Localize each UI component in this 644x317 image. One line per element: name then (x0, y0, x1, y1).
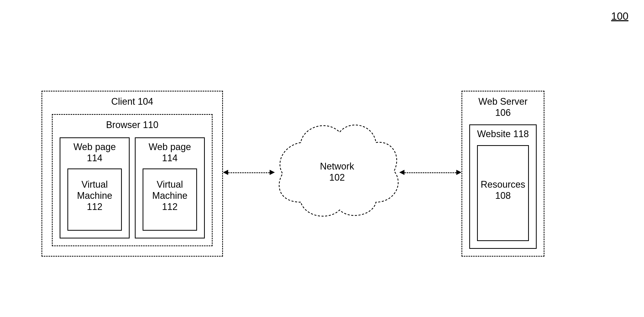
arrow-client-network (228, 172, 270, 173)
arrow-client-network-head-left (223, 170, 228, 175)
arrow-network-server (404, 172, 456, 173)
browser-label: Browser 110 (52, 119, 213, 130)
client-label: Client 104 (41, 96, 223, 107)
server-label: Web Server 106 (461, 96, 544, 118)
figure-reference: 100 (611, 10, 628, 22)
webpage-label-0: Web page 114 (60, 141, 130, 164)
network-label: Network 102 (270, 161, 404, 183)
website-label: Website 118 (469, 128, 537, 139)
arrow-network-server-head-right (456, 170, 461, 175)
arrow-network-server-head-left (399, 170, 404, 175)
resources-label: Resources 108 (477, 179, 529, 201)
webpage-label-1: Web page 114 (135, 141, 205, 164)
vm-label-0: Virtual Machine 112 (67, 179, 122, 213)
diagram-canvas: 100 Client 104 Browser 110 Web page 114 … (0, 0, 644, 317)
vm-label-1: Virtual Machine 112 (143, 179, 197, 213)
arrow-client-network-head-right (270, 170, 275, 175)
